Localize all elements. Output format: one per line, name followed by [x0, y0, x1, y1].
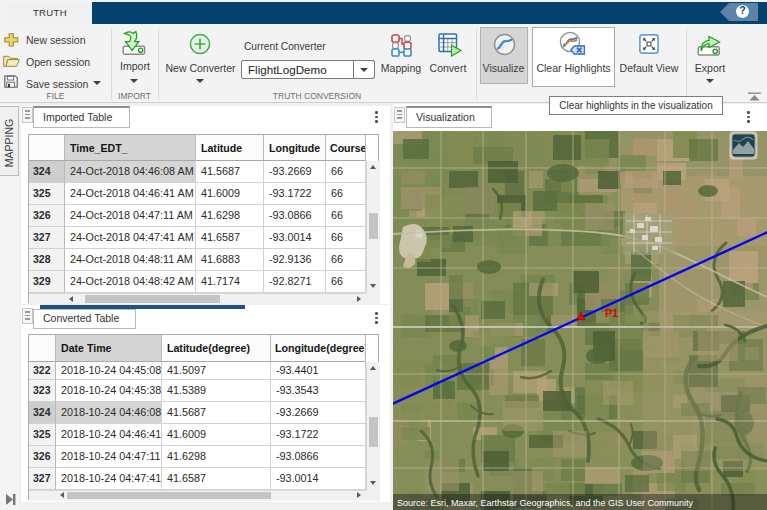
svg-text:P1: P1 — [605, 307, 618, 319]
svg-text:Source: Esri, Maxar, Earthstar: Source: Esri, Maxar, Earthstar Geographi… — [397, 498, 694, 508]
